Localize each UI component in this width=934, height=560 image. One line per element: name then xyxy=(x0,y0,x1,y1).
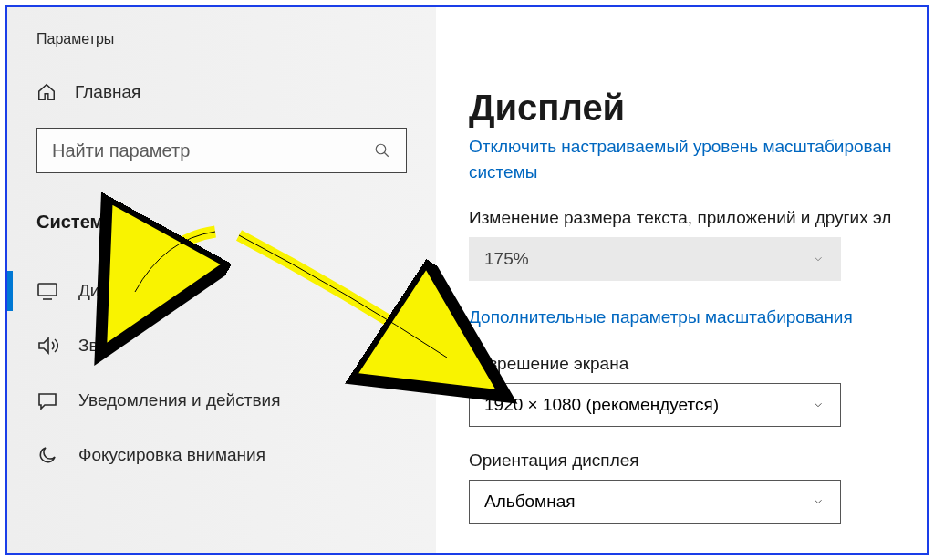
settings-window: Параметры Главная Найти параметр Система xyxy=(5,5,929,555)
svg-rect-2 xyxy=(38,284,57,296)
nav-list: Дисплей Звук Уведомления и действия xyxy=(7,264,436,482)
scale-select[interactable]: 175% xyxy=(469,237,841,281)
sidebar-item-display[interactable]: Дисплей xyxy=(7,264,436,318)
sidebar-item-label: Фокусировка внимания xyxy=(78,445,265,465)
content-panel: Дисплей Отключить настраиваемый уровень … xyxy=(436,7,927,553)
resolution-label: Разрешение экрана xyxy=(469,354,927,374)
home-icon xyxy=(36,82,57,102)
sidebar-item-focus[interactable]: Фокусировка внимания xyxy=(7,428,436,482)
home-label: Главная xyxy=(75,82,140,102)
search-placeholder: Найти параметр xyxy=(52,140,190,161)
orientation-label: Ориентация дисплея xyxy=(469,451,927,471)
svg-line-1 xyxy=(384,152,389,157)
sidebar: Параметры Главная Найти параметр Система xyxy=(7,7,436,553)
home-nav[interactable]: Главная xyxy=(7,69,436,115)
scale-label: Изменение размера текста, приложений и д… xyxy=(469,208,927,228)
monitor-icon xyxy=(36,280,58,302)
svg-marker-4 xyxy=(39,338,48,353)
sidebar-item-label: Звук xyxy=(78,336,114,356)
search-input[interactable]: Найти параметр xyxy=(36,128,407,173)
advanced-scale-link[interactable]: Дополнительные параметры масштабирования xyxy=(469,305,927,330)
sidebar-item-label: Дисплей xyxy=(78,281,148,301)
sidebar-item-sound[interactable]: Звук xyxy=(7,318,436,373)
resolution-select[interactable]: 1920 × 1080 (рекомендуется) xyxy=(469,383,841,427)
scale-value: 175% xyxy=(484,249,529,269)
chevron-down-icon xyxy=(811,252,825,266)
orientation-value: Альбомная xyxy=(484,492,576,512)
app-title: Параметры xyxy=(7,15,436,69)
speaker-icon xyxy=(36,335,58,357)
disable-custom-scale-link[interactable]: Отключить настраиваемый уровень масштаби… xyxy=(469,134,927,184)
sidebar-item-notifications[interactable]: Уведомления и действия xyxy=(7,373,436,428)
chevron-down-icon xyxy=(811,494,825,509)
search-icon xyxy=(373,141,391,160)
sidebar-item-label: Уведомления и действия xyxy=(78,390,280,410)
resolution-value: 1920 × 1080 (рекомендуется) xyxy=(484,395,719,415)
svg-point-0 xyxy=(376,144,386,154)
moon-icon xyxy=(36,444,58,466)
message-icon xyxy=(36,389,58,411)
section-title: Система xyxy=(7,195,436,242)
orientation-select[interactable]: Альбомная xyxy=(469,480,841,524)
chevron-down-icon xyxy=(811,398,825,412)
page-title: Дисплей xyxy=(469,88,927,129)
